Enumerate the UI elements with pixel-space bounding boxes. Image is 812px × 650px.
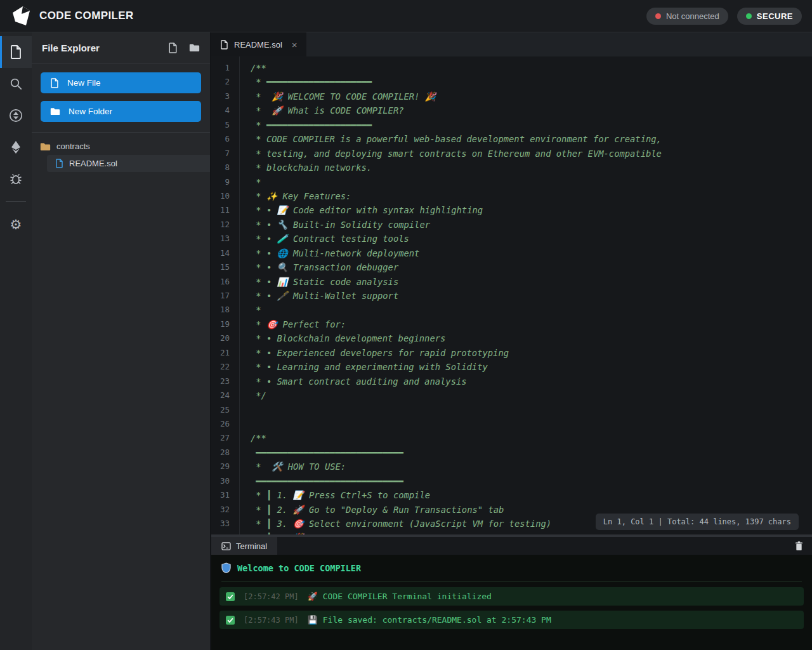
code-line[interactable]: ━━━━━━━━━━━━━━━━━━━━━━━━━━━━: [251, 446, 812, 460]
code-line[interactable]: * ━━━━━━━━━━━━━━━━━━━━: [251, 118, 812, 132]
explorer-actions: New File New Folder: [32, 63, 210, 133]
file-name: README.sol: [69, 159, 117, 168]
line-number: 22: [211, 360, 230, 374]
activity-debug-button[interactable]: [0, 163, 32, 195]
code-line[interactable]: * • 🖋️ Multi-Wallet support: [251, 289, 812, 303]
terminal-log-entry: [2:57:42 PM]🚀 CODE COMPILER Terminal ini…: [219, 587, 804, 606]
code-line[interactable]: * 🚀 What is CODE COMPILER?: [251, 103, 812, 117]
tab-label: README.sol: [234, 40, 282, 50]
new-folder-label: New Folder: [69, 107, 112, 116]
line-number: 12: [211, 218, 230, 232]
line-number: 31: [211, 488, 230, 502]
line-number: 13: [211, 232, 230, 246]
code-line[interactable]: *: [251, 303, 812, 317]
new-file-button[interactable]: [168, 43, 178, 53]
line-number: 9: [211, 175, 230, 189]
code-line[interactable]: * • Experienced developers for rapid pro…: [251, 346, 812, 360]
line-number: 20: [211, 331, 230, 345]
clear-terminal-button[interactable]: [795, 541, 812, 551]
code-line[interactable]: * • 🧪 Contract testing tools: [251, 232, 812, 246]
code-line[interactable]: * • 🔧 Built-in Solidity compiler: [251, 218, 812, 232]
terminal-panel: Terminal Welcome to CODE COMPILER: [211, 534, 812, 650]
code-line[interactable]: * • 🌐 Multi-network deployment: [251, 246, 812, 260]
code-line[interactable]: */: [251, 388, 812, 402]
line-number: 17: [211, 289, 230, 303]
code-line[interactable]: * • Learning and experimenting with Soli…: [251, 360, 812, 374]
line-number: 26: [211, 417, 230, 431]
line-number: 30: [211, 474, 230, 488]
code-line[interactable]: * 🎉 WELCOME TO CODE COMPILER! 🎉: [251, 90, 812, 103]
line-number: 5: [211, 118, 230, 132]
new-file-action-button[interactable]: New File: [41, 72, 201, 93]
deploy-run-icon: [9, 109, 23, 123]
line-number: 14: [211, 246, 230, 260]
activity-search-button[interactable]: [0, 68, 32, 100]
code-line[interactable]: * blockchain networks.: [251, 161, 812, 175]
line-number: 29: [211, 460, 230, 474]
line-number: 18: [211, 303, 230, 317]
code-line[interactable]: * • Blockchain development beginners: [251, 331, 812, 345]
terminal-welcome-line: Welcome to CODE COMPILER: [221, 562, 802, 582]
code-line[interactable]: * • 🔍 Transaction debugger: [251, 260, 812, 274]
connection-status-badge: Not connected: [646, 8, 728, 25]
code-line[interactable]: * • Smart contract auditing and analysis: [251, 375, 812, 388]
code-line[interactable]: * • 📝 Code editor with syntax highlighti…: [251, 203, 812, 217]
code-line[interactable]: *: [251, 175, 812, 189]
code-editor[interactable]: 1234567891011121314151617181920212223242…: [211, 56, 812, 534]
line-number: 34: [211, 531, 230, 534]
terminal-welcome-text: Welcome to CODE COMPILER: [237, 563, 361, 573]
terminal-header: Terminal: [211, 537, 812, 555]
new-folder-action-button[interactable]: New Folder: [41, 101, 201, 122]
line-number: 28: [211, 446, 230, 460]
new-folder-button[interactable]: [189, 43, 200, 52]
app-title: CODE COMPILER: [39, 10, 134, 22]
code-line[interactable]: * 🎯 Perfect for:: [251, 317, 812, 331]
tree-folder-contracts[interactable]: contracts: [32, 138, 210, 155]
activity-ethereum-button[interactable]: [0, 131, 32, 163]
line-number: 4: [211, 103, 230, 117]
success-check-icon: [226, 592, 235, 601]
line-number: 3: [211, 90, 230, 103]
line-number: 23: [211, 375, 230, 388]
line-number: 32: [211, 503, 230, 517]
secure-label: SECURE: [757, 11, 793, 21]
log-message: 🚀 CODE COMPILER Terminal initialized: [308, 592, 492, 601]
line-number: 24: [211, 388, 230, 402]
terminal-tab[interactable]: Terminal: [211, 537, 277, 555]
code-line[interactable]: * • 📊 Static code analysis: [251, 275, 812, 289]
activity-files-button[interactable]: [0, 36, 32, 68]
line-number: 6: [211, 132, 230, 146]
line-number: 27: [211, 431, 230, 445]
code-line[interactable]: * ┃ 4. 🎉: [251, 531, 812, 534]
code-line[interactable]: * ✨ Key Features:: [251, 189, 812, 203]
terminal-icon: [221, 542, 231, 550]
line-number: 8: [211, 161, 230, 175]
code-line[interactable]: /**: [251, 61, 812, 75]
line-numbers: 1234567891011121314151617181920212223242…: [211, 56, 240, 534]
line-number: 15: [211, 260, 230, 274]
folder-icon: [50, 107, 60, 116]
tree-file-readme[interactable]: README.sol: [47, 155, 210, 172]
code-line[interactable]: [251, 403, 812, 417]
line-number: 11: [211, 203, 230, 217]
log-timestamp: [2:57:43 PM]: [244, 616, 299, 625]
code-line[interactable]: ━━━━━━━━━━━━━━━━━━━━━━━━━━━━: [251, 474, 812, 488]
tab-close-icon[interactable]: ×: [292, 39, 298, 50]
code-line[interactable]: * ━━━━━━━━━━━━━━━━━━━━: [251, 75, 812, 89]
tab-readme-sol[interactable]: README.sol ×: [211, 32, 306, 56]
code-line[interactable]: /**: [251, 431, 812, 445]
code-line[interactable]: * 🛠️ HOW TO USE:: [251, 460, 812, 474]
file-explorer-panel: File Explorer New File: [32, 32, 211, 650]
code-line[interactable]: * ┃ 1. 📝 Press Ctrl+S to compile: [251, 488, 812, 502]
code-lines[interactable]: /** * ━━━━━━━━━━━━━━━━━━━━ * 🎉 WELCOME T…: [240, 56, 812, 534]
editor-status-bar: Ln 1, Col 1 | Total: 44 lines, 1397 char…: [596, 514, 799, 530]
explorer-title: File Explorer: [42, 43, 157, 53]
code-line[interactable]: * testing, and deploying smart contracts…: [251, 147, 812, 161]
editor-tab-bar: README.sol ×: [211, 32, 812, 56]
activity-deploy-button[interactable]: [0, 100, 32, 131]
code-line[interactable]: * CODE COMPILER is a powerful web-based …: [251, 132, 812, 146]
activity-settings-button[interactable]: ⚙: [0, 208, 32, 240]
terminal-body[interactable]: Welcome to CODE COMPILER [2:57:42 PM]🚀 C…: [211, 555, 812, 650]
code-line[interactable]: [251, 417, 812, 431]
explorer-header: File Explorer: [32, 32, 210, 63]
